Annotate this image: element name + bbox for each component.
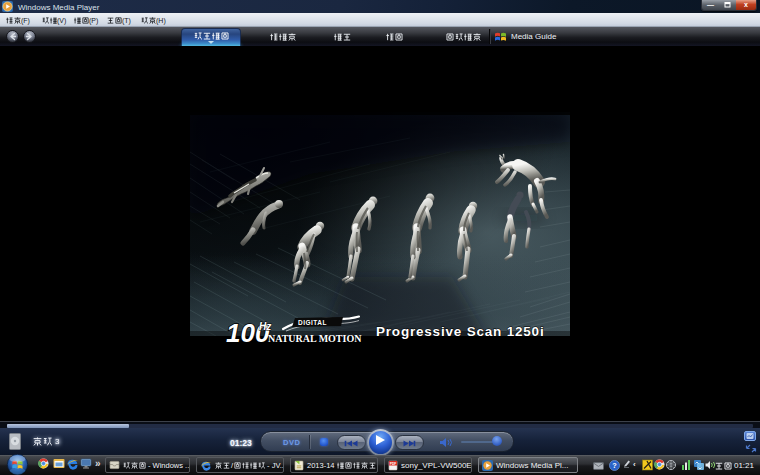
svg-text:?: ? [612, 461, 617, 470]
svg-text:NATURAL MOTION: NATURAL MOTION [268, 333, 362, 343]
svg-text:PDF: PDF [390, 461, 397, 465]
svg-text:Hz: Hz [259, 321, 271, 332]
svg-text:Progressive Scan 1250i: Progressive Scan 1250i [376, 324, 544, 339]
svg-text:DIGITAL: DIGITAL [298, 319, 327, 326]
